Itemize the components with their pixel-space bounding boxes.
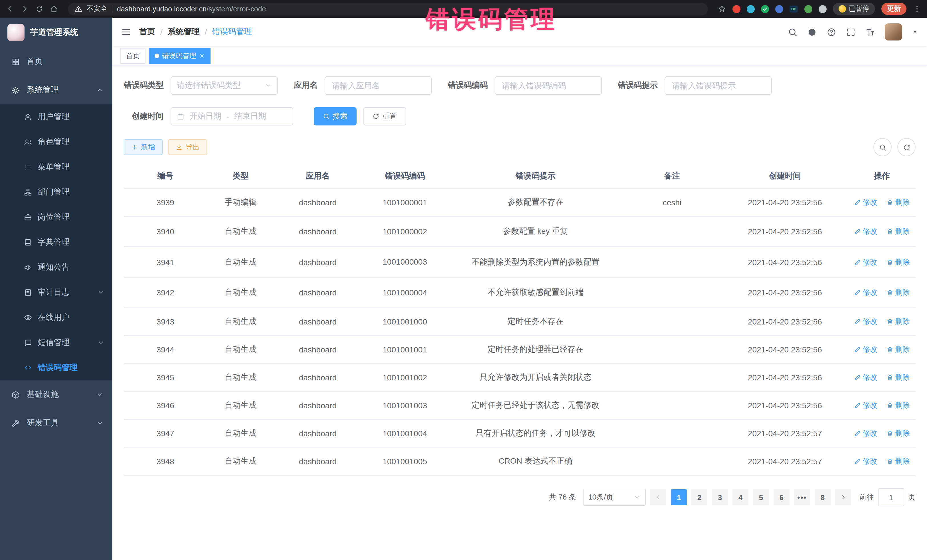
- breadcrumb-system[interactable]: 系统管理: [168, 27, 200, 37]
- extension-teal-icon[interactable]: [747, 5, 755, 13]
- chevron-up-icon: [96, 87, 103, 94]
- github-icon[interactable]: [807, 27, 817, 37]
- tab-close-icon[interactable]: [199, 53, 205, 59]
- page-button-8[interactable]: 8: [815, 489, 831, 505]
- search-button[interactable]: 搜索: [314, 107, 357, 126]
- fullscreen-icon[interactable]: [846, 27, 856, 37]
- edit-link[interactable]: 修改: [854, 428, 877, 439]
- extension-blue-icon[interactable]: [775, 5, 783, 13]
- delete-link[interactable]: 删除: [886, 456, 910, 466]
- browser-menu-dots-icon[interactable]: [913, 5, 921, 13]
- tree-icon: [24, 188, 32, 196]
- page-button-1[interactable]: 1: [671, 489, 687, 505]
- cell-actions: 修改 删除: [848, 278, 916, 308]
- browser-forward-icon[interactable]: [21, 5, 29, 13]
- page-button-4[interactable]: 4: [732, 489, 748, 505]
- avatar-caret-down-icon[interactable]: [912, 29, 918, 35]
- delete-link[interactable]: 删除: [886, 287, 910, 298]
- delete-link[interactable]: 删除: [886, 317, 910, 327]
- delete-icon: [886, 346, 894, 353]
- edit-link[interactable]: 修改: [854, 257, 877, 267]
- hamburger-icon[interactable]: [121, 27, 131, 37]
- tab-home[interactable]: 首页: [120, 48, 146, 64]
- delete-link[interactable]: 删除: [886, 372, 910, 382]
- sidebar-item-home[interactable]: 首页: [0, 47, 112, 76]
- add-button[interactable]: 新增: [124, 139, 163, 155]
- previous-page-button[interactable]: [650, 489, 666, 505]
- list-icon: [24, 163, 32, 171]
- extension-red-icon[interactable]: [732, 5, 740, 13]
- tab-error-code[interactable]: 错误码管理: [149, 48, 211, 64]
- app-name-input[interactable]: [325, 76, 432, 95]
- page-size-select[interactable]: 10条/页: [583, 489, 646, 506]
- page-button-5[interactable]: 5: [753, 489, 769, 505]
- page-button-•••[interactable]: •••: [794, 489, 810, 505]
- sidebar-subitem[interactable]: 用户管理: [0, 104, 112, 129]
- delete-link[interactable]: 删除: [886, 344, 910, 355]
- sidebar-subitem[interactable]: 角色管理: [0, 129, 112, 155]
- delete-link[interactable]: 删除: [886, 400, 910, 411]
- sidebar-subitem[interactable]: 审计日志: [0, 280, 112, 305]
- goto-page-input[interactable]: [878, 488, 904, 506]
- user-avatar[interactable]: [885, 23, 902, 41]
- cell-time: 2021-04-20 23:52:56: [722, 216, 848, 247]
- edit-link[interactable]: 修改: [854, 372, 877, 382]
- font-size-icon[interactable]: [865, 27, 875, 37]
- edit-link[interactable]: 修改: [854, 344, 877, 355]
- delete-icon: [886, 259, 894, 266]
- sidebar-subitem[interactable]: 字典管理: [0, 230, 112, 255]
- docs-question-icon[interactable]: [827, 27, 836, 37]
- delete-icon: [886, 318, 894, 325]
- select-placeholder: 请选择错误码类型: [177, 80, 241, 91]
- extension-green-check-icon[interactable]: [761, 5, 769, 13]
- sidebar-subitem[interactable]: 在线用户: [0, 305, 112, 330]
- extension-paw-icon[interactable]: [819, 5, 827, 13]
- extension-leaf-icon[interactable]: [804, 5, 812, 13]
- edit-link[interactable]: 修改: [854, 226, 877, 237]
- reset-button[interactable]: 重置: [363, 107, 406, 126]
- browser-home-icon[interactable]: [50, 5, 58, 13]
- browser-update-button[interactable]: 更新: [881, 3, 906, 15]
- edit-link[interactable]: 修改: [854, 317, 877, 327]
- edit-link[interactable]: 修改: [854, 400, 877, 411]
- edit-link[interactable]: 修改: [854, 197, 877, 208]
- error-msg-input[interactable]: [664, 76, 772, 95]
- sidebar-subitem[interactable]: 部门管理: [0, 180, 112, 205]
- edit-link[interactable]: 修改: [854, 456, 877, 466]
- sidebar-subitem[interactable]: 短信管理: [0, 330, 112, 355]
- page-button-3[interactable]: 3: [712, 489, 728, 505]
- error-type-select[interactable]: 请选择错误码类型: [170, 76, 278, 95]
- page-button-2[interactable]: 2: [691, 489, 707, 505]
- sidebar-item-devtools[interactable]: 研发工具: [0, 409, 112, 437]
- sidebar-subitem[interactable]: 通知公告: [0, 255, 112, 280]
- sidebar-subitem[interactable]: 错误码管理: [0, 355, 112, 380]
- browser-address-bar[interactable]: 不安全 dashboard.yudao.iocoder.cn/system/er…: [68, 3, 708, 15]
- sidebar-item-system[interactable]: 系统管理: [0, 76, 112, 104]
- sidebar-subitem[interactable]: 岗位管理: [0, 205, 112, 230]
- page-button-6[interactable]: 6: [774, 489, 790, 505]
- export-button[interactable]: 导出: [168, 139, 207, 155]
- cell-app: dashboard: [274, 392, 361, 419]
- delete-link[interactable]: 删除: [886, 197, 910, 208]
- browser-reload-icon[interactable]: [35, 5, 43, 13]
- sidebar-item-label: 系统管理: [27, 85, 59, 95]
- refresh-table-button[interactable]: [897, 138, 916, 156]
- extension-on-badge[interactable]: on: [790, 5, 798, 12]
- error-code-input[interactable]: [495, 76, 602, 95]
- column-header-actions: 操作: [848, 164, 916, 188]
- bookmark-star-icon[interactable]: [718, 5, 726, 13]
- delete-link[interactable]: 删除: [886, 257, 910, 267]
- breadcrumb-home[interactable]: 首页: [139, 27, 155, 37]
- toggle-search-button[interactable]: [873, 138, 892, 156]
- cell-time: 2021-04-20 23:52:56: [722, 364, 848, 392]
- sidebar-subitem[interactable]: 菜单管理: [0, 155, 112, 180]
- header-search-icon[interactable]: [788, 27, 798, 37]
- profile-paused-chip[interactable]: 已暂停: [833, 3, 875, 15]
- delete-link[interactable]: 删除: [886, 226, 910, 237]
- sidebar-item-infra[interactable]: 基础设施: [0, 380, 112, 409]
- next-page-button[interactable]: [835, 489, 851, 505]
- delete-link[interactable]: 删除: [886, 428, 910, 439]
- browser-back-icon[interactable]: [6, 5, 14, 13]
- date-range-picker[interactable]: 开始日期 - 结束日期: [170, 107, 293, 126]
- edit-link[interactable]: 修改: [854, 287, 877, 298]
